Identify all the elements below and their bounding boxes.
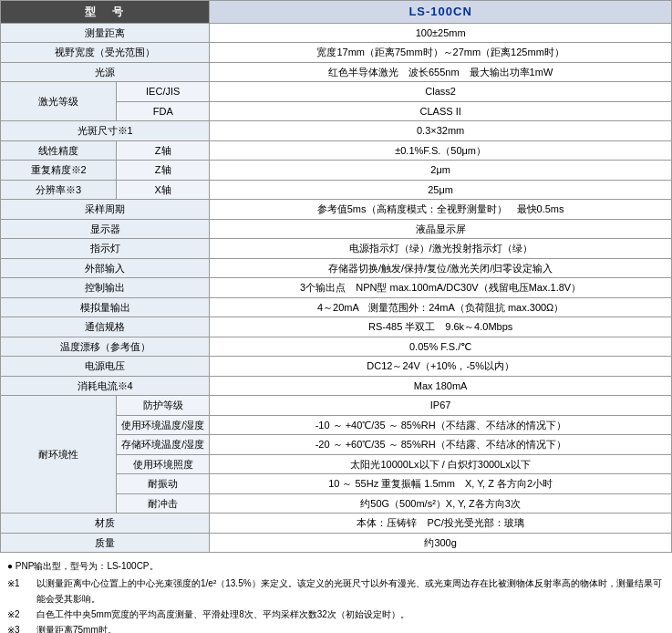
env-value: 10 ～ 55Hz 重复振幅 1.5mm X, Y, Z 各方向2小时	[210, 474, 672, 494]
row-value: 存储器切换/触发/保持/复位/激光关闭/归零设定输入	[210, 258, 672, 278]
notes-section: ● PNP输出型，型号为：LS-100CP。※1以测量距离中心位置上的中心光束强…	[0, 553, 672, 633]
row-label: 重复精度※2	[1, 161, 117, 181]
row-value: 3个输出点 NPN型 max.100mA/DC30V（残留电压Max.1.8V）	[210, 278, 672, 298]
col-header-value: LS-100CN	[210, 1, 672, 24]
row-value: 液晶显示屏	[210, 219, 672, 239]
row-sub-label: X轴	[117, 180, 210, 200]
mass-value: 约300g	[210, 533, 672, 553]
row-value: 参考值5ms（高精度模式：全视野测量时） 最快0.5ms	[210, 200, 672, 220]
note-item: ※3测量距离75mm时。	[7, 622, 665, 633]
env-main-label: 耐环境性	[1, 396, 117, 514]
note-item: ※2白色工件中央5mm宽度的平均高度测量、平滑处理8次、平均采样次数32次（初始…	[7, 607, 665, 622]
material-label: 材质	[1, 514, 210, 534]
mass-label: 质量	[1, 533, 210, 553]
row-label: 激光等级	[1, 82, 117, 121]
row-label: 指示灯	[1, 239, 210, 259]
spec-table: 型 号 LS-100CN 测量距离100±25mm视野宽度（受光范围）宽度17m…	[0, 0, 672, 553]
row-value: 红色半导体激光 波长655nm 最大输出功率1mW	[210, 62, 672, 82]
row-value: CLASS II	[210, 101, 672, 121]
row-label: 线性精度	[1, 140, 117, 161]
row-label: 通信规格	[1, 317, 210, 337]
row-label: 光斑尺寸※1	[1, 121, 210, 141]
material-value: 本体：压铸锌 PC/投光受光部：玻璃	[210, 514, 672, 534]
env-value: -20 ～ +60℃/35 ～ 85%RH（不结露、不结冰的情况下）	[210, 435, 672, 455]
row-value: 4～20mA 测量范围外：24mA（负荷阻抗 max.300Ω）	[210, 297, 672, 317]
row-sub-label: FDA	[117, 101, 210, 121]
env-sub-label: 耐振动	[117, 474, 210, 494]
row-value: RS-485 半双工 9.6k～4.0Mbps	[210, 317, 672, 337]
row-value: 0.05% F.S./℃	[210, 337, 672, 357]
env-sub-label: 使用环境温度/湿度	[117, 415, 210, 435]
row-label: 消耗电流※4	[1, 376, 210, 396]
note-item: ※1以测量距离中心位置上的中心光束强度的1/e²（13.5%）来定义。该定义的光…	[7, 576, 665, 607]
row-label: 模拟量输出	[1, 297, 210, 317]
row-value: 2μm	[210, 161, 672, 181]
row-value: 0.3×32mm	[210, 121, 672, 141]
row-label: 外部输入	[1, 258, 210, 278]
row-value: Class2	[210, 82, 672, 102]
env-sub-label: 防护等级	[117, 396, 210, 416]
row-value: 25μm	[210, 180, 672, 200]
row-label: 分辨率※3	[1, 180, 117, 200]
row-label: 测量距离	[1, 23, 210, 43]
row-value: DC12～24V（+10%，-5%以内）	[210, 357, 672, 377]
env-value: 约50G（500m/s²）X, Y, Z各方向3次	[210, 493, 672, 514]
env-sub-label: 存储环境温度/湿度	[117, 435, 210, 455]
row-label: 采样周期	[1, 200, 210, 220]
env-value: -10 ～ +40℃/35 ～ 85%RH（不结露、不结冰的情况下）	[210, 415, 672, 435]
row-value: 电源指示灯（绿）/激光投射指示灯（绿）	[210, 239, 672, 259]
row-label: 温度漂移（参考值）	[1, 337, 210, 357]
env-sub-label: 使用环境照度	[117, 454, 210, 474]
note-item: ● PNP输出型，型号为：LS-100CP。	[7, 558, 665, 574]
env-sub-label: 耐冲击	[117, 493, 210, 514]
row-value: 宽度17mm（距离75mm时）～27mm（距离125mm时）	[210, 43, 672, 63]
row-label: 控制输出	[1, 278, 210, 298]
row-value: 100±25mm	[210, 23, 672, 43]
env-value: IP67	[210, 396, 672, 416]
row-sub-label: Z轴	[117, 161, 210, 181]
row-sub-label: Z轴	[117, 140, 210, 161]
row-label: 显示器	[1, 219, 210, 239]
row-value: Max 180mA	[210, 376, 672, 396]
col-header-model: 型 号	[1, 1, 210, 24]
row-value: ±0.1%F.S.（50μm）	[210, 140, 672, 161]
row-sub-label: IEC/JIS	[117, 82, 210, 102]
row-label: 视野宽度（受光范围）	[1, 43, 210, 63]
row-label: 电源电压	[1, 357, 210, 377]
row-label: 光源	[1, 62, 210, 82]
env-value: 太阳光10000Lx以下 / 白炽灯3000Lx以下	[210, 454, 672, 474]
